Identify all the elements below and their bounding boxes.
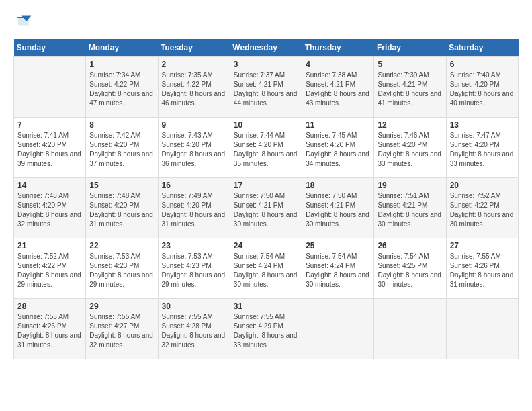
calendar-cell: 20Sunrise: 7:52 AMSunset: 4:22 PMDayligh…: [446, 178, 518, 238]
calendar-cell: 18Sunrise: 7:50 AMSunset: 4:21 PMDayligh…: [302, 178, 374, 238]
calendar-cell: 8Sunrise: 7:42 AMSunset: 4:20 PMDaylight…: [86, 118, 158, 178]
calendar-cell: [302, 299, 374, 359]
svg-rect-2: [17, 17, 28, 18]
day-info: Sunrise: 7:49 AMSunset: 4:20 PMDaylight:…: [162, 191, 226, 229]
day-number: 31: [234, 302, 298, 311]
calendar-cell: 9Sunrise: 7:43 AMSunset: 4:20 PMDaylight…: [158, 118, 230, 178]
day-number: 21: [17, 241, 82, 250]
day-info: Sunrise: 7:39 AMSunset: 4:21 PMDaylight:…: [378, 71, 442, 108]
logo-icon: [13, 13, 32, 32]
calendar-cell: [446, 299, 518, 359]
day-number: 25: [306, 241, 370, 250]
logo: [13, 13, 35, 32]
calendar-cell: 6Sunrise: 7:40 AMSunset: 4:20 PMDaylight…: [446, 57, 518, 118]
day-number: 30: [162, 302, 226, 311]
day-info: Sunrise: 7:40 AMSunset: 4:20 PMDaylight:…: [450, 71, 515, 108]
calendar-cell: 7Sunrise: 7:41 AMSunset: 4:20 PMDaylight…: [14, 118, 86, 178]
calendar-cell: 3Sunrise: 7:37 AMSunset: 4:21 PMDaylight…: [230, 57, 302, 118]
day-number: 16: [162, 181, 226, 190]
day-info: Sunrise: 7:55 AMSunset: 4:26 PMDaylight:…: [17, 312, 82, 350]
page-header: [13, 13, 519, 32]
day-info: Sunrise: 7:48 AMSunset: 4:20 PMDaylight:…: [89, 191, 154, 229]
day-info: Sunrise: 7:44 AMSunset: 4:20 PMDaylight:…: [234, 131, 298, 169]
day-info: Sunrise: 7:55 AMSunset: 4:27 PMDaylight:…: [89, 312, 154, 350]
calendar-cell: [14, 57, 86, 118]
calendar-week-row: 1Sunrise: 7:34 AMSunset: 4:22 PMDaylight…: [14, 57, 519, 118]
day-info: Sunrise: 7:41 AMSunset: 4:20 PMDaylight:…: [17, 131, 82, 169]
day-info: Sunrise: 7:34 AMSunset: 4:22 PMDaylight:…: [89, 71, 154, 108]
day-number: 27: [450, 241, 515, 250]
calendar-cell: 15Sunrise: 7:48 AMSunset: 4:20 PMDayligh…: [86, 178, 158, 238]
day-number: 23: [162, 241, 226, 250]
day-info: Sunrise: 7:51 AMSunset: 4:21 PMDaylight:…: [378, 191, 442, 229]
calendar-cell: 27Sunrise: 7:55 AMSunset: 4:26 PMDayligh…: [446, 238, 518, 299]
day-info: Sunrise: 7:50 AMSunset: 4:21 PMDaylight:…: [306, 191, 370, 229]
day-info: Sunrise: 7:54 AMSunset: 4:24 PMDaylight:…: [306, 252, 370, 289]
day-info: Sunrise: 7:37 AMSunset: 4:21 PMDaylight:…: [234, 71, 298, 108]
day-info: Sunrise: 7:42 AMSunset: 4:20 PMDaylight:…: [89, 131, 154, 169]
calendar-cell: 14Sunrise: 7:48 AMSunset: 4:20 PMDayligh…: [14, 178, 86, 238]
header-monday: Monday: [86, 39, 158, 57]
day-number: 19: [378, 181, 442, 190]
calendar-cell: 4Sunrise: 7:38 AMSunset: 4:21 PMDaylight…: [302, 57, 374, 118]
calendar-cell: 22Sunrise: 7:53 AMSunset: 4:23 PMDayligh…: [86, 238, 158, 299]
day-info: Sunrise: 7:45 AMSunset: 4:20 PMDaylight:…: [306, 131, 370, 169]
day-number: 8: [89, 120, 154, 130]
calendar-header-row: SundayMondayTuesdayWednesdayThursdayFrid…: [14, 39, 519, 57]
day-number: 12: [378, 120, 442, 130]
day-info: Sunrise: 7:54 AMSunset: 4:24 PMDaylight:…: [234, 252, 298, 289]
day-info: Sunrise: 7:52 AMSunset: 4:22 PMDaylight:…: [17, 252, 82, 289]
day-number: 18: [306, 181, 370, 190]
calendar-week-row: 28Sunrise: 7:55 AMSunset: 4:26 PMDayligh…: [14, 299, 519, 359]
calendar-week-row: 14Sunrise: 7:48 AMSunset: 4:20 PMDayligh…: [14, 178, 519, 238]
calendar-table: SundayMondayTuesdayWednesdayThursdayFrid…: [13, 39, 519, 359]
day-number: 22: [89, 241, 154, 250]
calendar-cell: 17Sunrise: 7:50 AMSunset: 4:21 PMDayligh…: [230, 178, 302, 238]
header-friday: Friday: [374, 39, 446, 57]
calendar-cell: 26Sunrise: 7:54 AMSunset: 4:25 PMDayligh…: [374, 238, 446, 299]
calendar-cell: 28Sunrise: 7:55 AMSunset: 4:26 PMDayligh…: [14, 299, 86, 359]
calendar-cell: 21Sunrise: 7:52 AMSunset: 4:22 PMDayligh…: [14, 238, 86, 299]
calendar-cell: 31Sunrise: 7:55 AMSunset: 4:29 PMDayligh…: [230, 299, 302, 359]
day-number: 15: [89, 181, 154, 190]
day-number: 14: [17, 181, 82, 190]
day-info: Sunrise: 7:55 AMSunset: 4:28 PMDaylight:…: [162, 312, 226, 350]
calendar-cell: 10Sunrise: 7:44 AMSunset: 4:20 PMDayligh…: [230, 118, 302, 178]
day-info: Sunrise: 7:38 AMSunset: 4:21 PMDaylight:…: [306, 71, 370, 108]
day-info: Sunrise: 7:55 AMSunset: 4:26 PMDaylight:…: [450, 252, 515, 289]
day-number: 28: [17, 302, 82, 311]
calendar-cell: 24Sunrise: 7:54 AMSunset: 4:24 PMDayligh…: [230, 238, 302, 299]
day-number: 6: [450, 60, 515, 69]
day-number: 3: [234, 60, 298, 69]
day-number: 10: [234, 120, 298, 130]
day-info: Sunrise: 7:35 AMSunset: 4:22 PMDaylight:…: [162, 71, 226, 108]
day-number: 17: [234, 181, 298, 190]
calendar-cell: 23Sunrise: 7:53 AMSunset: 4:23 PMDayligh…: [158, 238, 230, 299]
calendar-week-row: 21Sunrise: 7:52 AMSunset: 4:22 PMDayligh…: [14, 238, 519, 299]
calendar-cell: 30Sunrise: 7:55 AMSunset: 4:28 PMDayligh…: [158, 299, 230, 359]
day-number: 2: [162, 60, 226, 69]
day-number: 29: [89, 302, 154, 311]
calendar-cell: 2Sunrise: 7:35 AMSunset: 4:22 PMDaylight…: [158, 57, 230, 118]
calendar-cell: 19Sunrise: 7:51 AMSunset: 4:21 PMDayligh…: [374, 178, 446, 238]
day-info: Sunrise: 7:46 AMSunset: 4:20 PMDaylight:…: [378, 131, 442, 169]
calendar-cell: 1Sunrise: 7:34 AMSunset: 4:22 PMDaylight…: [86, 57, 158, 118]
header-wednesday: Wednesday: [230, 39, 302, 57]
calendar-cell: 11Sunrise: 7:45 AMSunset: 4:20 PMDayligh…: [302, 118, 374, 178]
day-info: Sunrise: 7:48 AMSunset: 4:20 PMDaylight:…: [17, 191, 82, 229]
calendar-cell: [374, 299, 446, 359]
day-info: Sunrise: 7:50 AMSunset: 4:21 PMDaylight:…: [234, 191, 298, 229]
header-tuesday: Tuesday: [158, 39, 230, 57]
day-number: 1: [89, 60, 154, 69]
calendar-week-row: 7Sunrise: 7:41 AMSunset: 4:20 PMDaylight…: [14, 118, 519, 178]
day-info: Sunrise: 7:47 AMSunset: 4:20 PMDaylight:…: [450, 131, 515, 169]
calendar-cell: 12Sunrise: 7:46 AMSunset: 4:20 PMDayligh…: [374, 118, 446, 178]
calendar-cell: 16Sunrise: 7:49 AMSunset: 4:20 PMDayligh…: [158, 178, 230, 238]
day-info: Sunrise: 7:55 AMSunset: 4:29 PMDaylight:…: [234, 312, 298, 350]
header-sunday: Sunday: [14, 39, 86, 57]
calendar-cell: 5Sunrise: 7:39 AMSunset: 4:21 PMDaylight…: [374, 57, 446, 118]
day-number: 20: [450, 181, 515, 190]
calendar-cell: 13Sunrise: 7:47 AMSunset: 4:20 PMDayligh…: [446, 118, 518, 178]
calendar-cell: 29Sunrise: 7:55 AMSunset: 4:27 PMDayligh…: [86, 299, 158, 359]
day-info: Sunrise: 7:53 AMSunset: 4:23 PMDaylight:…: [89, 252, 154, 289]
